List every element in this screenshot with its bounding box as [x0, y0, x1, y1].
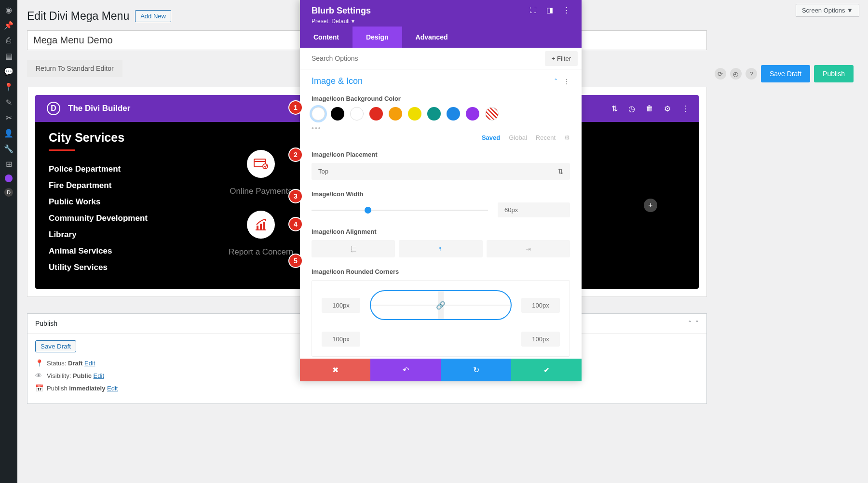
menu-item[interactable]: Utility Services	[49, 263, 174, 272]
metabox-save-draft-button[interactable]: Save Draft	[35, 340, 76, 352]
corner-tr-input[interactable]: 100px	[521, 298, 560, 313]
corner-bl-input[interactable]: 100px	[322, 332, 360, 347]
palette-recent[interactable]: Recent	[536, 134, 556, 141]
redo-button[interactable]: ↻	[441, 359, 511, 381]
add-new-button[interactable]: Add New	[135, 10, 171, 22]
clock-icon[interactable]: ◴	[730, 68, 742, 80]
thumbtack-icon[interactable]: 📍	[4, 82, 14, 92]
undo-button[interactable]: ↶	[370, 359, 441, 381]
menu-item[interactable]: Library	[49, 230, 174, 240]
fullscreen-icon[interactable]: ⛶	[529, 6, 537, 14]
sort-icon[interactable]: ⇅	[611, 104, 618, 113]
options-search-input[interactable]	[312, 48, 545, 69]
section-title[interactable]: Image & Icon	[312, 76, 363, 86]
swatch-transparent[interactable]	[485, 107, 499, 121]
publish-button[interactable]: Publish	[814, 65, 854, 82]
appearance-icon[interactable]: ✂	[4, 113, 14, 122]
tab-content[interactable]: Content	[300, 27, 353, 48]
preset-selector[interactable]: Preset: Default ▾	[312, 18, 371, 25]
pages-icon[interactable]: ▤	[4, 51, 14, 61]
edit-status-link[interactable]: Edit	[84, 360, 95, 367]
divi-d-icon[interactable]: D	[4, 188, 13, 197]
align-right-button[interactable]: ⇥	[487, 240, 570, 257]
section-kebab-icon[interactable]: ⋮	[563, 78, 570, 85]
menu-item[interactable]: Fire Department	[49, 181, 174, 190]
palette-global[interactable]: Global	[509, 134, 527, 141]
swatch-amber[interactable]	[389, 107, 402, 121]
menu-item[interactable]: Community Development	[49, 214, 174, 223]
action-bar: ⟳ ◴ ? Save Draft Publish	[715, 65, 854, 82]
menu-item[interactable]: Police Department	[49, 164, 174, 174]
corners-label: Image/Icon Rounded Corners	[312, 268, 570, 275]
width-value-input[interactable]: 60px	[498, 202, 570, 217]
snap-icon[interactable]: ◨	[546, 6, 553, 14]
visibility-value: Public	[73, 372, 92, 379]
tab-advanced[interactable]: Advanced	[402, 27, 461, 48]
callout-1: 1	[289, 101, 302, 114]
svg-rect-5	[260, 224, 262, 230]
swatch-purple[interactable]	[466, 107, 479, 121]
users-icon[interactable]: 👤	[4, 128, 14, 138]
save-draft-button[interactable]: Save Draft	[761, 65, 810, 82]
clock-icon[interactable]: ◷	[628, 104, 635, 113]
more-colors-icon[interactable]: •••	[312, 124, 570, 132]
question-icon[interactable]: ?	[746, 68, 757, 80]
corner-tl-input[interactable]: 100px	[322, 298, 360, 313]
corner-br-input[interactable]: 100px	[521, 332, 560, 347]
swatch-white-selected[interactable]	[312, 107, 325, 121]
add-module-button[interactable]: +	[644, 199, 657, 212]
kebab-icon[interactable]: ⋮	[681, 104, 689, 113]
tools-icon[interactable]: 🔧	[4, 144, 14, 153]
palette-saved[interactable]: Saved	[482, 134, 500, 141]
slider-thumb[interactable]	[365, 207, 371, 214]
eye-icon: 👁	[35, 372, 43, 379]
menu-item[interactable]: Public Works	[49, 197, 174, 207]
palette-gear-icon[interactable]: ⚙	[564, 134, 570, 141]
swatch-blue[interactable]	[447, 107, 460, 121]
publish-label: Publish	[47, 385, 69, 392]
swatch-teal[interactable]	[427, 107, 441, 121]
swatch-black[interactable]	[331, 107, 344, 121]
link-corners-toggle[interactable]: 🔗	[370, 290, 512, 320]
pin-icon[interactable]: 📌	[4, 20, 14, 30]
publish-box-title: Publish	[35, 320, 57, 327]
help-icon[interactable]: ⟳	[715, 68, 726, 80]
blurb-online-payments[interactable]: Online Payments	[230, 150, 292, 196]
swatch-yellow[interactable]	[408, 107, 421, 121]
divi-theme-icon[interactable]	[5, 174, 13, 182]
menu-list: Police Department Fire Department Public…	[49, 164, 174, 272]
kebab-icon[interactable]: ⋮	[563, 6, 570, 14]
edit-publish-link[interactable]: Edit	[107, 385, 118, 392]
comments-icon[interactable]: 💬	[4, 67, 14, 76]
screen-options-button[interactable]: Screen Options ▼	[796, 4, 859, 17]
tab-design[interactable]: Design	[353, 27, 402, 48]
placement-select[interactable]: Top ⇅	[312, 163, 570, 180]
confirm-button[interactable]: ✔	[511, 359, 582, 381]
cancel-button[interactable]: ✖	[300, 359, 370, 381]
menu-item[interactable]: Animal Services	[49, 246, 174, 256]
builder-title: The Divi Builder	[68, 104, 130, 113]
return-standard-editor-button[interactable]: Return To Standard Editor	[27, 60, 122, 77]
settings-icon[interactable]: ⊞	[4, 159, 14, 169]
dashboard-icon[interactable]: ◉	[4, 5, 14, 14]
callout-5: 5	[289, 255, 302, 267]
swatch-white[interactable]	[350, 107, 364, 121]
collapse-down-icon[interactable]: ˅	[695, 320, 699, 327]
collapse-up-icon[interactable]: ˄	[688, 320, 692, 327]
media-icon[interactable]: ⎙	[4, 36, 14, 45]
blurb-report-concern[interactable]: Report a Concern	[229, 211, 293, 257]
callout-3: 3	[289, 190, 302, 202]
divi-logo-icon: D	[47, 102, 60, 115]
wp-admin-sidebar: ◉ 📌 ⎙ ▤ 💬 📍 ✎ ✂ 👤 🔧 ⊞ D	[0, 0, 17, 483]
filter-button[interactable]: + Filter	[545, 51, 578, 66]
placement-label: Image/Icon Placement	[312, 151, 570, 158]
edit-visibility-link[interactable]: Edit	[94, 372, 104, 379]
collapse-icon[interactable]: ˄	[554, 78, 557, 85]
swatch-red[interactable]	[369, 107, 383, 121]
trash-icon[interactable]: 🗑	[646, 104, 653, 113]
gear-icon[interactable]: ⚙	[664, 104, 671, 113]
align-left-button[interactable]: ⬱	[312, 240, 395, 257]
align-center-button[interactable]: ⫯	[399, 240, 482, 257]
width-slider[interactable]	[312, 210, 488, 211]
pen-icon[interactable]: ✎	[4, 97, 14, 107]
